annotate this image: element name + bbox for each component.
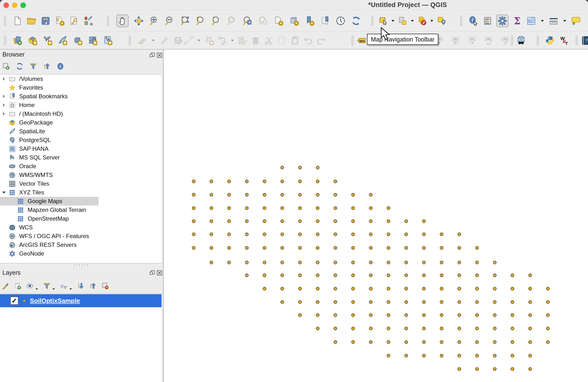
filter-legend-dropdown-icon[interactable] (52, 282, 56, 290)
toolbar-drag-handle[interactable] (511, 35, 513, 46)
toolbar-drag-handle[interactable] (128, 35, 131, 46)
browser-item-wms-wmts[interactable]: WMS/WMTS (0, 171, 162, 179)
current-edits-button[interactable] (137, 35, 147, 46)
zoom-last-button[interactable] (242, 16, 253, 26)
browser-item-macintosh-hd[interactable]: / (Macintosh HD) (0, 110, 162, 118)
browser-item-wcs[interactable]: WCS (0, 223, 162, 232)
open-layer-styling-button[interactable] (1, 282, 10, 290)
toolbar-drag-handle[interactable] (371, 16, 374, 26)
wkt-tools-button[interactable]: WKT (559, 35, 569, 46)
zoom-to-layer-button[interactable] (211, 16, 222, 26)
temporal-controller-button[interactable] (335, 16, 346, 26)
processing-toolbox-button[interactable] (496, 15, 508, 27)
zoom-native-resolution-button[interactable]: 1:1 (227, 16, 237, 26)
browser-item-spatial-bookmarks[interactable]: Spatial Bookmarks (0, 92, 162, 101)
open-attribute-table-button[interactable] (526, 16, 537, 26)
expand-collapsed-icon[interactable] (1, 94, 7, 99)
map-canvas[interactable] (164, 49, 588, 382)
manage-map-themes-dropdown-icon[interactable] (35, 282, 39, 290)
toolbar-drag-handle[interactable] (351, 35, 354, 46)
toggle-editing-button[interactable] (159, 35, 170, 46)
browser-item-favorites[interactable]: Favorites (0, 83, 162, 92)
new-shapefile-layer-button[interactable] (42, 35, 53, 46)
panel-splitter-handle[interactable] (73, 264, 90, 266)
new-mesh-layer-button[interactable] (72, 35, 83, 46)
new-3d-map-view-button[interactable] (289, 16, 299, 26)
copy-features-button[interactable] (276, 35, 287, 46)
macos-close-button[interactable] (3, 2, 9, 8)
delete-selected-button[interactable] (250, 35, 261, 46)
python-console-button[interactable] (545, 35, 555, 46)
browser-item-openstreetmap[interactable]: OpenStreetMap (0, 214, 162, 223)
expand-expanded-icon[interactable] (1, 190, 7, 195)
measure-line-dropdown-icon[interactable] (562, 16, 567, 26)
select-features-by-value-dropdown-icon[interactable] (410, 16, 415, 26)
browser-item-xyz-tiles[interactable]: XYZ Tiles (0, 188, 162, 197)
filter-legend-button[interactable] (43, 282, 51, 290)
browser-item-sap-hana[interactable]: SAP HANA (0, 144, 162, 153)
deselect-features-dropdown-icon[interactable] (429, 16, 434, 26)
new-spatialite-layer-button[interactable] (57, 35, 68, 46)
browser-item-geonode[interactable]: GeoNode (0, 249, 162, 258)
browser-item-wfs-ogc-api-features[interactable]: WFS / OGC API - Features (0, 232, 162, 241)
zoom-to-selection-button[interactable] (195, 16, 206, 26)
remove-layer-button[interactable] (101, 282, 109, 290)
statistical-summary-button[interactable] (482, 16, 493, 26)
refresh-map-button[interactable] (351, 16, 361, 26)
toolbar-drag-handle[interactable] (537, 35, 539, 46)
new-project-button[interactable] (12, 16, 23, 26)
style-manager-button[interactable]: a (83, 16, 93, 26)
browser-item-spatialite[interactable]: SpatiaLite (0, 127, 162, 136)
paste-features-button[interactable] (290, 35, 300, 46)
modify-attributes-button[interactable] (237, 35, 248, 46)
layers-close-icon[interactable] (156, 270, 163, 276)
filter-by-expression-dropdown-icon[interactable] (69, 282, 73, 290)
vertex-tool-dropdown-icon[interactable] (230, 35, 235, 46)
deselect-features-button[interactable] (417, 16, 427, 26)
digitize-with-segment-button[interactable] (183, 35, 194, 46)
browser-item-google-maps[interactable]: Google Maps (0, 197, 162, 205)
measure-line-button[interactable] (548, 16, 559, 26)
move-label-button[interactable]: abc (467, 35, 477, 46)
show-spatial-bookmarks-button[interactable] (320, 16, 330, 26)
browser-item-volumes[interactable]: /Volumes (0, 74, 162, 83)
macos-minimize-button[interactable] (12, 2, 18, 8)
collapse-all-button[interactable] (43, 62, 51, 70)
pan-map-button[interactable] (116, 15, 128, 27)
layer-row-soiloptixsample[interactable]: ✓ SoilOptixSample (0, 294, 162, 307)
toolbar-drag-handle[interactable] (575, 35, 578, 46)
new-print-layout-button[interactable] (54, 16, 65, 26)
refresh-browser-button[interactable] (16, 62, 24, 70)
select-features-button[interactable] (378, 16, 389, 26)
toolbar-drag-handle[interactable] (107, 16, 109, 26)
macos-zoom-button[interactable] (20, 2, 26, 8)
identify-features-button[interactable]: i (468, 16, 479, 26)
vertex-tool-button[interactable] (217, 35, 228, 46)
browser-item-arcgis-rest-servers[interactable]: ArcGIS REST Servers (0, 241, 162, 249)
add-selected-layers-button[interactable] (2, 62, 10, 70)
pan-to-selection-button[interactable] (133, 16, 144, 26)
new-geopackage-layer-button[interactable] (27, 35, 38, 46)
open-data-source-manager-button[interactable] (12, 35, 23, 46)
digitize-with-segment-dropdown-icon[interactable] (196, 35, 201, 46)
new-temporary-scratch-layer-button[interactable] (102, 35, 113, 46)
show-statistical-summary-button[interactable]: Σ (512, 16, 523, 26)
browser-item-oracle[interactable]: Oracle (0, 162, 162, 171)
highlight-pinned-labels-button[interactable]: abc (450, 35, 461, 46)
show-layout-manager-button[interactable] (68, 16, 79, 26)
toolbar-drag-handle[interactable] (4, 16, 6, 26)
show-properties-button[interactable]: i (56, 62, 64, 70)
expand-collapsed-icon[interactable] (1, 111, 7, 116)
manage-map-themes-button[interactable] (26, 282, 34, 290)
redo-button[interactable] (316, 35, 327, 46)
toolbar-drag-handle[interactable] (4, 35, 6, 46)
zoom-in-button[interactable] (149, 16, 160, 26)
select-features-dropdown-icon[interactable] (391, 16, 395, 26)
cut-features-button[interactable] (263, 35, 274, 46)
open-project-button[interactable] (26, 16, 37, 26)
browser-item-ms-sql-server[interactable]: MS SQL Server (0, 153, 162, 162)
new-map-view-button[interactable] (273, 16, 284, 26)
browser-close-icon[interactable] (156, 52, 163, 59)
add-group-button[interactable] (14, 282, 22, 290)
current-edits-dropdown-icon[interactable] (151, 35, 156, 46)
